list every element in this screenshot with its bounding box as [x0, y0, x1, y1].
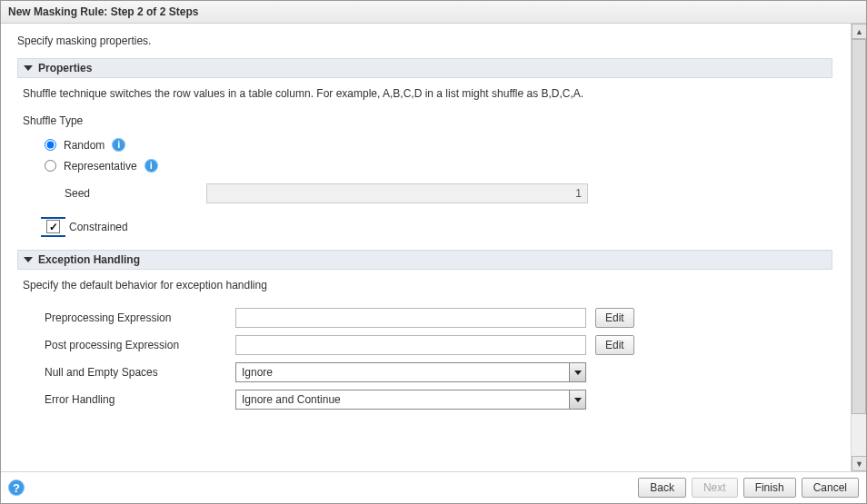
section-title-properties: Properties: [38, 62, 92, 74]
chevron-down-icon: [569, 390, 585, 409]
constrained-checkbox-wrap[interactable]: [45, 220, 62, 233]
window-title: New Masking Rule: Step 2 of 2 Steps: [1, 1, 866, 24]
disclosure-triangle-icon: [24, 257, 33, 262]
section-header-properties[interactable]: Properties: [17, 58, 832, 78]
content-scroll: Specify masking properties. Properties S…: [1, 24, 851, 471]
seed-label: Seed: [65, 187, 192, 200]
row-postprocessing: Post processing Expression Edit: [23, 331, 827, 359]
exception-body: Specify the default behavior for excepti…: [17, 279, 832, 426]
preprocessing-label: Preprocessing Expression: [45, 311, 226, 324]
section-header-exception[interactable]: Exception Handling: [17, 250, 832, 270]
constrained-row: Constrained: [23, 211, 827, 237]
null-empty-label: Null and Empty Spaces: [45, 366, 226, 379]
scroll-track[interactable]: [852, 39, 866, 456]
back-button[interactable]: Back: [638, 478, 686, 498]
row-null-empty: Null and Empty Spaces Ignore: [23, 359, 827, 386]
shuffle-type-label: Shuffle Type: [23, 114, 827, 127]
seed-input: [206, 183, 588, 203]
footer-buttons: Back Next Finish Cancel: [638, 478, 859, 498]
info-icon[interactable]: i: [144, 159, 158, 173]
error-handling-value: Ignore and Continue: [236, 390, 569, 409]
null-empty-select[interactable]: Ignore: [235, 362, 586, 382]
scroll-thumb[interactable]: [852, 39, 866, 414]
page-instruction: Specify masking properties.: [17, 35, 832, 47]
content-area: Specify masking properties. Properties S…: [1, 24, 866, 471]
preprocessing-input[interactable]: [235, 308, 586, 328]
radio-representative[interactable]: [45, 160, 56, 172]
radio-row-random: Random i: [23, 134, 827, 155]
constrained-label: Constrained: [69, 221, 128, 233]
finish-button[interactable]: Finish: [743, 478, 796, 498]
scroll-up-button[interactable]: ▲: [852, 24, 866, 39]
vertical-scrollbar[interactable]: ▲ ▼: [851, 24, 866, 471]
radio-random-label: Random: [64, 139, 105, 152]
null-empty-value: Ignore: [236, 363, 569, 381]
dialog-window: New Masking Rule: Step 2 of 2 Steps Spec…: [0, 0, 867, 504]
dialog-footer: ? Back Next Finish Cancel: [1, 471, 866, 503]
cancel-button[interactable]: Cancel: [802, 478, 859, 498]
exception-intro: Specify the default behavior for excepti…: [23, 279, 827, 292]
checkbox-checked-icon: [46, 220, 60, 233]
info-icon[interactable]: i: [112, 138, 125, 152]
error-handling-label: Error Handling: [45, 393, 226, 406]
properties-description: Shuffle technique switches the row value…: [23, 87, 827, 100]
section-title-exception: Exception Handling: [38, 253, 140, 266]
row-error-handling: Error Handling Ignore and Continue: [23, 386, 827, 413]
scroll-down-button[interactable]: ▼: [852, 456, 866, 471]
seed-row: Seed: [23, 176, 827, 211]
radio-random[interactable]: [45, 139, 56, 151]
disclosure-triangle-icon: [24, 65, 33, 71]
radio-row-representative: Representative i: [23, 155, 827, 176]
chevron-down-icon: [569, 363, 585, 381]
help-icon[interactable]: ?: [8, 479, 25, 496]
edit-postprocessing-button[interactable]: Edit: [595, 335, 634, 355]
postprocessing-input[interactable]: [235, 335, 586, 355]
row-preprocessing: Preprocessing Expression Edit: [23, 304, 827, 331]
radio-representative-label: Representative: [64, 160, 137, 173]
properties-body: Shuffle technique switches the row value…: [17, 87, 832, 250]
error-handling-select[interactable]: Ignore and Continue: [235, 390, 586, 410]
next-button: Next: [692, 478, 738, 498]
postprocessing-label: Post processing Expression: [45, 339, 226, 351]
edit-preprocessing-button[interactable]: Edit: [595, 308, 634, 328]
